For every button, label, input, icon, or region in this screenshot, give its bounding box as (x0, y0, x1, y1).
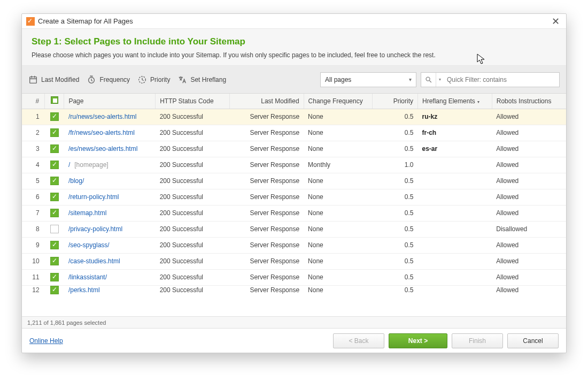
page-link[interactable]: /es/news/seo-alerts.html (68, 145, 137, 153)
toolbar-set-hreflang[interactable]: Set Hreflang (177, 75, 226, 85)
cell-num: 9 (22, 237, 45, 253)
search-box: ▾ (421, 72, 560, 87)
cell-checkbox[interactable] (45, 141, 64, 157)
search-dropdown-icon[interactable]: ▾ (436, 73, 444, 87)
back-button[interactable]: < Back (333, 333, 384, 348)
cell-hreflang (418, 285, 492, 295)
cell-num: 5 (22, 173, 45, 189)
row-checkbox[interactable] (50, 241, 59, 249)
cell-checkbox[interactable] (45, 285, 64, 295)
cell-frequency: None (304, 173, 372, 189)
cell-checkbox[interactable] (45, 221, 64, 237)
table-row[interactable]: 3/es/news/seo-alerts.html200 SuccessfulS… (22, 141, 566, 157)
cell-modified: Server Response (229, 109, 304, 125)
close-button[interactable]: ✕ (550, 16, 562, 27)
page-link[interactable]: /blog/ (68, 177, 84, 185)
table-row[interactable]: 6/return-policy.html200 SuccessfulServer… (22, 189, 566, 205)
table-row[interactable]: 2/fr/news/seo-alerts.html200 SuccessfulS… (22, 125, 566, 141)
cell-frequency: None (304, 109, 372, 125)
th-page[interactable]: Page (64, 94, 156, 109)
status-text: 1,211 of 1,861 pages selected (27, 319, 106, 326)
page-link[interactable]: /return-policy.html (68, 193, 119, 201)
search-icon[interactable] (421, 73, 436, 87)
table-row[interactable]: 4/[homepage]200 SuccessfulServer Respons… (22, 157, 566, 173)
th-hreflang[interactable]: Hreflang Elements▾ (418, 94, 492, 109)
table-row[interactable]: 7/sitemap.html200 SuccessfulServer Respo… (22, 205, 566, 221)
titlebar: Create a Sitemap for All Pages ✕ (22, 14, 566, 29)
th-http[interactable]: HTTP Status Code (156, 94, 230, 109)
th-select-all[interactable] (45, 94, 64, 109)
header-area: Step 1: Select Pages to Include into You… (22, 29, 566, 66)
cell-modified: Server Response (229, 285, 304, 295)
cell-http: 200 Successful (156, 125, 230, 141)
filter-dropdown[interactable]: All pages ▾ (320, 72, 416, 87)
row-checkbox[interactable] (50, 273, 59, 281)
page-link[interactable]: /linkassistant/ (68, 273, 107, 281)
cell-page: /blog/ (64, 173, 156, 189)
cell-hreflang (418, 205, 492, 221)
cell-checkbox[interactable] (45, 269, 64, 285)
cell-checkbox[interactable] (45, 253, 64, 269)
page-link[interactable]: /case-studies.html (68, 257, 120, 265)
select-all-checkbox[interactable] (51, 96, 58, 104)
th-priority[interactable]: Priority (372, 94, 417, 109)
cell-robots: Allowed (492, 237, 566, 253)
cell-checkbox[interactable] (45, 205, 64, 221)
row-checkbox[interactable] (50, 286, 59, 294)
priority-icon (137, 75, 147, 85)
cell-num: 8 (22, 221, 45, 237)
table-row[interactable]: 5/blog/200 SuccessfulServer ResponseNone… (22, 173, 566, 189)
row-checkbox[interactable] (50, 209, 59, 217)
table-wrap: # Page HTTP Status Code Last Modified Ch… (22, 94, 566, 316)
table-row[interactable]: 8/privacy-policy.html200 SuccessfulServe… (22, 221, 566, 237)
th-robots[interactable]: Robots Instructions (492, 94, 566, 109)
table-row[interactable]: 10/case-studies.html200 SuccessfulServer… (22, 253, 566, 269)
page-link[interactable]: /perks.html (68, 286, 100, 294)
page-link[interactable]: /ru/news/seo-alerts.html (68, 113, 136, 120)
cell-modified: Server Response (229, 141, 304, 157)
table-row[interactable]: 9/seo-spyglass/200 SuccessfulServer Resp… (22, 237, 566, 253)
table-row[interactable]: 11/linkassistant/200 SuccessfulServer Re… (22, 269, 566, 285)
online-help-link[interactable]: Online Help (29, 337, 63, 345)
cell-robots: Allowed (492, 157, 566, 173)
th-modified[interactable]: Last Modified (229, 94, 304, 109)
page-link[interactable]: /privacy-policy.html (68, 225, 122, 233)
page-link[interactable]: /fr/news/seo-alerts.html (68, 129, 135, 136)
page-link[interactable]: / (68, 161, 70, 169)
cell-http: 200 Successful (156, 221, 230, 237)
toolbar-priority[interactable]: Priority (137, 75, 170, 85)
row-checkbox[interactable] (50, 225, 59, 233)
th-freq[interactable]: Change Frequency (304, 94, 372, 109)
cell-checkbox[interactable] (45, 237, 64, 253)
cell-robots: Allowed (492, 189, 566, 205)
toolbar-last-modified[interactable]: Last Modified (28, 75, 79, 85)
row-checkbox[interactable] (50, 144, 59, 153)
row-checkbox[interactable] (50, 128, 59, 137)
cell-priority: 0.5 (372, 173, 417, 189)
cell-hreflang: fr-ch (418, 125, 492, 141)
cell-checkbox[interactable] (45, 189, 64, 205)
cell-checkbox[interactable] (45, 109, 64, 125)
cancel-button[interactable]: Cancel (507, 333, 559, 348)
cell-checkbox[interactable] (45, 173, 64, 189)
cell-num: 10 (22, 253, 45, 269)
toolbar-frequency[interactable]: Frequency (87, 75, 130, 85)
row-checkbox[interactable] (50, 161, 59, 169)
cell-checkbox[interactable] (45, 125, 64, 141)
table-row[interactable]: 12/perks.html200 SuccessfulServer Respon… (22, 285, 566, 295)
cell-num: 2 (22, 125, 45, 141)
row-checkbox[interactable] (50, 112, 59, 121)
table-row[interactable]: 1/ru/news/seo-alerts.html200 SuccessfulS… (22, 109, 566, 125)
row-checkbox[interactable] (50, 257, 59, 265)
row-checkbox[interactable] (50, 193, 59, 201)
page-link[interactable]: /seo-spyglass/ (68, 241, 110, 249)
next-button[interactable]: Next > (389, 333, 447, 348)
cell-checkbox[interactable] (45, 157, 64, 173)
status-bar: 1,211 of 1,861 pages selected (22, 316, 566, 328)
finish-button[interactable]: Finish (452, 333, 503, 348)
cell-hreflang (418, 173, 492, 189)
page-link[interactable]: /sitemap.html (68, 209, 106, 217)
search-input[interactable] (444, 76, 559, 83)
th-num[interactable]: # (22, 94, 45, 109)
row-checkbox[interactable] (50, 177, 59, 185)
